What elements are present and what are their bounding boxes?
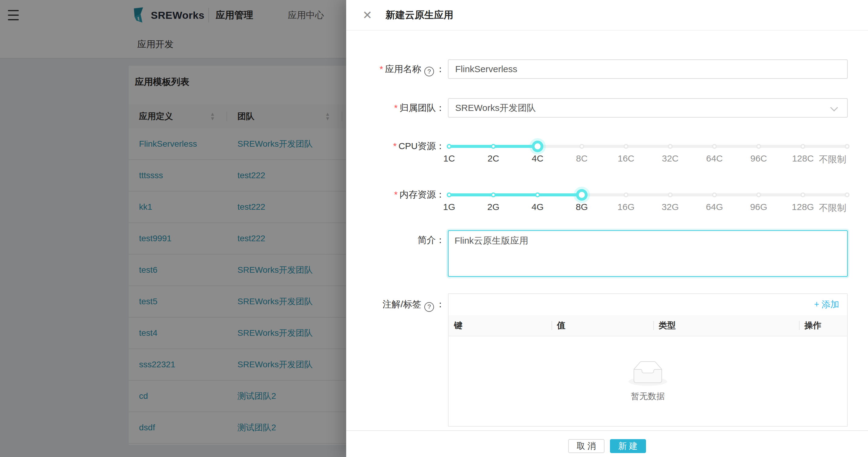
team-label: *归属团队： xyxy=(346,98,445,118)
annotations-column-header: 操作 xyxy=(799,320,847,331)
annotations-label: 注解/标签?： xyxy=(346,298,445,312)
annotations-column-header: 键 xyxy=(448,320,552,331)
create-button[interactable]: 新 建 xyxy=(610,439,646,453)
cancel-button[interactable]: 取 消 xyxy=(568,439,604,453)
slider-mark-label[interactable]: 不限制 xyxy=(819,153,846,166)
empty-text: 暂无数据 xyxy=(631,391,665,402)
slider-mark-label[interactable]: 16G xyxy=(618,202,635,212)
close-icon[interactable]: ✕ xyxy=(363,9,372,21)
team-select-value: SREWorks开发团队 xyxy=(455,102,536,114)
slider-dot[interactable] xyxy=(712,193,717,197)
required-mark: * xyxy=(394,103,398,113)
memory-slider[interactable]: 1G2G4G8G16G32G64G96G128G不限制 xyxy=(449,185,847,218)
empty-inbox-icon xyxy=(628,361,667,386)
cpu-label: *CPU资源： xyxy=(346,136,445,156)
slider-mark-label[interactable]: 2C xyxy=(488,153,499,164)
app-name-label: *应用名称?： xyxy=(346,59,445,79)
slider-mark-label[interactable]: 64C xyxy=(706,153,723,164)
slider-mark-label[interactable]: 32C xyxy=(662,153,678,164)
drawer-footer: 取 消 新 建 xyxy=(346,430,868,457)
slider-dot[interactable] xyxy=(447,144,452,149)
slider-mark-label[interactable]: 2G xyxy=(487,202,499,212)
field-team: *归属团队： SREWorks开发团队 xyxy=(346,98,868,118)
annotations-empty-state: 暂无数据 xyxy=(448,337,847,426)
slider-dot[interactable] xyxy=(535,193,540,197)
memory-label: *内存资源： xyxy=(346,185,445,204)
annotations-column-header: 类型 xyxy=(653,320,799,331)
help-icon[interactable]: ? xyxy=(424,302,434,312)
help-icon[interactable]: ? xyxy=(424,67,434,76)
slider-mark-label[interactable]: 32G xyxy=(662,202,679,212)
cpu-slider[interactable]: 1C2C4C8C16C32C64C96C128C不限制 xyxy=(449,136,847,170)
drawer-header: ✕ 新建云原生应用 xyxy=(346,0,868,31)
slider-dot[interactable] xyxy=(756,144,761,149)
team-select[interactable]: SREWorks开发团队 xyxy=(448,98,848,118)
required-mark: * xyxy=(393,141,397,151)
slider-mark-label[interactable]: 8G xyxy=(576,202,588,212)
slider-dot[interactable] xyxy=(491,193,496,197)
slider-handle[interactable] xyxy=(576,189,588,201)
slider-mark-label[interactable]: 1C xyxy=(443,153,455,164)
slider-dot[interactable] xyxy=(668,144,673,149)
slider-dot[interactable] xyxy=(845,193,849,197)
slider-mark-label[interactable]: 96C xyxy=(750,153,767,164)
required-mark: * xyxy=(379,64,383,74)
required-mark: * xyxy=(394,190,398,199)
slider-dot[interactable] xyxy=(668,193,673,197)
slider-dot[interactable] xyxy=(447,193,452,197)
drawer-title: 新建云原生应用 xyxy=(385,8,454,22)
slider-dot[interactable] xyxy=(624,144,628,149)
slider-mark-label[interactable]: 64G xyxy=(706,202,723,212)
page: SREWorks 应用管理 应用中心 应用开发 应用模板列表 应用定义 ▲▼ 团… xyxy=(0,0,868,457)
slider-mark-label[interactable]: 1G xyxy=(443,202,455,212)
field-app-name: *应用名称?： xyxy=(346,59,868,79)
slider-mark-label[interactable]: 96G xyxy=(750,202,768,212)
slider-dot[interactable] xyxy=(801,144,805,149)
annotations-toolbar: + 添加 xyxy=(448,294,847,315)
slider-mark-label[interactable]: 16C xyxy=(618,153,634,164)
field-cpu: *CPU资源： 1C2C4C8C16C32C64C96C128C不限制 xyxy=(346,136,868,170)
app-name-input[interactable] xyxy=(448,59,848,79)
slider-mark-label[interactable]: 不限制 xyxy=(819,202,846,214)
slider-dot[interactable] xyxy=(756,193,761,197)
slider-mark-label[interactable]: 128G xyxy=(792,202,814,212)
slider-dot[interactable] xyxy=(801,193,805,197)
add-annotation-button[interactable]: + 添加 xyxy=(814,298,839,311)
slider-handle[interactable] xyxy=(532,141,543,152)
chevron-down-icon xyxy=(830,104,838,111)
slider-mark-label[interactable]: 8C xyxy=(576,153,588,164)
field-memory: *内存资源： 1G2G4G8G16G32G64G96G128G不限制 xyxy=(346,185,868,218)
field-annotations: 注解/标签?： + 添加 键值类型操作 xyxy=(346,293,868,427)
annotations-table-header: 键值类型操作 xyxy=(448,315,847,336)
field-description: 简介： Flink云原生版应用 xyxy=(346,230,868,277)
create-app-drawer: ✕ 新建云原生应用 *应用名称?： *归属团队： SREWorks开发团队 *C… xyxy=(346,0,868,457)
slider-mark-label[interactable]: 4G xyxy=(531,202,544,212)
slider-mark-label[interactable]: 128C xyxy=(792,153,814,164)
slider-dot[interactable] xyxy=(845,144,849,149)
slider-dot[interactable] xyxy=(491,144,496,149)
slider-dot[interactable] xyxy=(712,144,717,149)
description-textarea[interactable]: Flink云原生版应用 xyxy=(448,230,848,277)
slider-dot[interactable] xyxy=(579,144,584,149)
slider-track xyxy=(449,193,582,196)
description-label: 简介： xyxy=(346,234,445,247)
annotations-box: + 添加 键值类型操作 暂无数据 xyxy=(448,293,848,427)
slider-dot[interactable] xyxy=(624,193,628,197)
slider-mark-label[interactable]: 4C xyxy=(532,153,543,164)
annotations-column-header: 值 xyxy=(552,320,653,331)
